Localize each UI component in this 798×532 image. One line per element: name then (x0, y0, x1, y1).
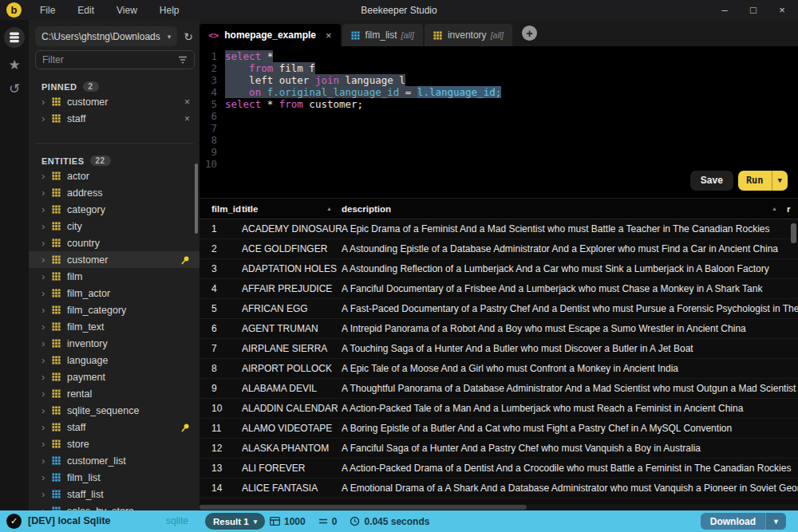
table-row[interactable]: 5AFRICAN EGGA Fast-Paced Documentary of … (200, 299, 798, 319)
entity-store[interactable]: ›store (29, 435, 200, 452)
entity-customer_list[interactable]: ›customer_list (29, 452, 200, 469)
chevron-right-icon[interactable]: › (41, 238, 52, 248)
menu-view[interactable]: View (108, 3, 146, 18)
token-kw: from (279, 98, 303, 110)
table-row[interactable]: 15ALIEN CENTERA Brilliant Drama of a Car… (200, 499, 798, 504)
chevron-right-icon[interactable]: › (41, 405, 52, 416)
entity-film[interactable]: ›film (29, 268, 200, 285)
chevron-right-icon[interactable]: › (41, 472, 52, 483)
run-dropdown-caret-icon[interactable]: ▼ (772, 171, 788, 191)
titlebar: b FileEditViewHelp Beekeeper Studio – □ … (0, 0, 798, 20)
tab-close-icon[interactable]: × (326, 30, 332, 41)
tab-inventory[interactable]: inventory[all] (425, 24, 512, 46)
table-row[interactable]: 11ALAMO VIDEOTAPEA Boring Epistle of a B… (200, 419, 798, 439)
entity-customer[interactable]: ›customer (29, 251, 200, 268)
entity-actor[interactable]: ›actor (29, 167, 200, 184)
column-header-film-id[interactable]: film_id ▲ (200, 204, 242, 214)
chevron-right-icon[interactable]: › (41, 422, 52, 432)
chevron-right-icon[interactable]: › (41, 97, 52, 107)
chevron-right-icon[interactable]: › (41, 271, 52, 282)
new-tab-button[interactable]: + (522, 26, 537, 41)
entity-address[interactable]: ›address (29, 184, 200, 201)
engine-label: sqlite (124, 510, 188, 532)
entity-language[interactable]: ›language (29, 352, 200, 368)
entity-film_text[interactable]: ›film_text (29, 318, 200, 335)
run-label[interactable]: Run (738, 171, 772, 191)
favorites-star-icon[interactable]: ★ (8, 58, 20, 72)
result-selector[interactable]: Result 1 ▾ (205, 513, 265, 530)
table-row[interactable]: 7AIRPLANE SIERRAA Touching Saga of a Hun… (200, 339, 798, 359)
connection-select[interactable]: C:\Users\ghstng\Downloads ▾ (35, 26, 177, 46)
maximize-button[interactable]: □ (744, 0, 763, 20)
entity-sales_by_store[interactable]: ›sales_by_store (29, 502, 200, 510)
filter-input[interactable] (42, 54, 178, 65)
pinned-item-customer[interactable]: ›customer× (29, 93, 200, 110)
chevron-right-icon[interactable]: › (41, 187, 52, 198)
table-row[interactable]: 3ADAPTATION HOLESA Astounding Reflection… (200, 259, 798, 279)
tab-film_list[interactable]: film_list[all] (342, 24, 423, 46)
chevron-right-icon[interactable]: › (41, 372, 52, 382)
entity-category[interactable]: ›category (29, 201, 200, 218)
chevron-right-icon[interactable]: › (41, 221, 52, 231)
entity-staff[interactable]: ›staff (29, 419, 200, 435)
vertical-scrollbar[interactable] (791, 223, 796, 243)
table-row[interactable]: 10ALADDIN CALENDARA Action-Packed Tale o… (200, 399, 798, 419)
entity-film_list[interactable]: ›film_list (29, 469, 200, 486)
chevron-right-icon[interactable]: › (41, 288, 52, 298)
unpin-icon[interactable]: × (184, 97, 190, 108)
column-header-title[interactable]: title ▲ (242, 204, 342, 214)
chevron-right-icon[interactable]: › (41, 113, 52, 124)
entity-country[interactable]: ›country (29, 234, 200, 251)
chevron-right-icon[interactable]: › (41, 305, 52, 315)
chevron-right-icon[interactable]: › (41, 204, 52, 215)
sort-arrow-icon[interactable]: ▲ (326, 206, 332, 211)
entity-sqlite_sequence[interactable]: ›sqlite_sequence (29, 402, 200, 419)
column-header-description[interactable]: description ▲ (342, 204, 787, 214)
entity-inventory[interactable]: ›inventory (29, 335, 200, 352)
entity-rental[interactable]: ›rental (29, 385, 200, 402)
column-header-partial[interactable]: r (787, 204, 798, 214)
table-row[interactable]: 1ACADEMY DINOSAURA Epic Drama of a Femin… (200, 219, 798, 239)
chevron-right-icon[interactable]: › (41, 455, 52, 466)
chevron-right-icon[interactable]: › (41, 489, 52, 499)
menu-file[interactable]: File (31, 3, 64, 18)
table-grid-icon (52, 372, 61, 381)
chevron-right-icon[interactable]: › (41, 321, 52, 332)
run-button[interactable]: Run ▼ (738, 171, 788, 191)
sql-editor[interactable]: 1select *2 from film f3 left outer join … (200, 46, 798, 198)
close-button[interactable]: × (772, 0, 792, 20)
table-row[interactable]: 2ACE GOLDFINGERA Astounding Epistle of a… (200, 239, 798, 259)
chevron-right-icon[interactable]: › (41, 355, 52, 365)
unpin-icon[interactable]: × (184, 113, 190, 124)
table-row[interactable]: 4AFFAIR PREJUDICEA Fanciful Documentary … (200, 279, 798, 299)
download-button[interactable]: Download ▼ (701, 513, 786, 530)
table-row[interactable]: 12ALASKA PHANTOMA Fanciful Saga of a Hun… (200, 439, 798, 459)
table-row[interactable]: 14ALICE FANTASIAA Emotional Drama of a A… (200, 479, 798, 499)
entity-city[interactable]: ›city (29, 218, 200, 234)
chevron-right-icon[interactable]: › (41, 338, 52, 349)
sidebar-scrollbar[interactable] (195, 164, 198, 234)
refresh-icon[interactable]: ↻ (184, 30, 193, 43)
entity-film_actor[interactable]: ›film_actor (29, 285, 200, 301)
table-row[interactable]: 8AIRPORT POLLOCKA Epic Tale of a Moose A… (200, 359, 798, 379)
pinned-item-staff[interactable]: ›staff× (29, 110, 200, 127)
chevron-right-icon[interactable]: › (41, 254, 52, 265)
sort-arrow-icon[interactable]: ▲ (772, 206, 777, 211)
database-icon[interactable] (4, 27, 25, 48)
history-icon[interactable]: ↺ (9, 82, 20, 96)
menu-edit[interactable]: Edit (69, 3, 103, 18)
chevron-right-icon[interactable]: › (41, 388, 52, 399)
entity-film_category[interactable]: ›film_category (29, 301, 200, 318)
menu-help[interactable]: Help (151, 3, 188, 18)
horizontal-scrollbar[interactable] (200, 505, 527, 510)
save-button[interactable]: Save (690, 171, 733, 191)
table-row[interactable]: 6AGENT TRUMANA Intrepid Panorama of a Ro… (200, 319, 798, 339)
tab-homepage_example[interactable]: <>homepage_example× (200, 24, 341, 46)
table-row[interactable]: 9ALABAMA DEVILA Thoughtful Panorama of a… (200, 379, 798, 399)
minimize-button[interactable]: – (715, 0, 734, 20)
chevron-right-icon[interactable]: › (41, 171, 52, 181)
entity-staff_list[interactable]: ›staff_list (29, 486, 200, 502)
chevron-right-icon[interactable]: › (41, 439, 52, 449)
entity-payment[interactable]: ›payment (29, 368, 200, 385)
table-row[interactable]: 13ALI FOREVERA Action-Packed Drama of a … (200, 459, 798, 479)
